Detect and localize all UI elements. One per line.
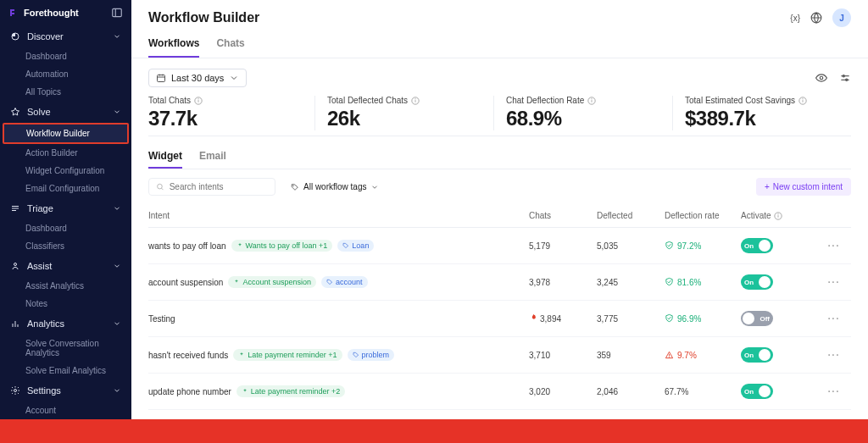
chevron-down-icon (113, 204, 121, 213)
nav-group-analytics[interactable]: Analytics (0, 313, 131, 335)
tag-icon (353, 352, 359, 358)
row-more-button[interactable]: ··· (817, 387, 851, 396)
nav-item-automation[interactable]: Automation (0, 65, 131, 83)
table-body: wants to pay off loanWants to pay off lo… (148, 228, 851, 419)
activate-cell: On (741, 384, 817, 399)
brand-logo: Forethought (8, 8, 79, 18)
svg-rect-0 (113, 8, 122, 16)
nav-item-action-builder[interactable]: Action Builder (0, 144, 131, 162)
rate-cell: 81.6% (665, 277, 741, 288)
row-more-button[interactable]: ··· (817, 314, 851, 324)
nav-item-all-topics[interactable]: All Topics (0, 83, 131, 101)
nav-item-email-configuration[interactable]: Email Configuration (0, 180, 131, 197)
nav-group-label: Settings (27, 385, 61, 396)
deflected-cell: 3,775 (597, 314, 665, 324)
table-row[interactable]: Testing3,8943,77596.9%Off··· (148, 301, 851, 337)
activate-toggle[interactable]: On (741, 274, 773, 290)
intent-name: account suspension (148, 278, 223, 287)
th-activate-label: Activate (741, 211, 771, 220)
chevron-down-icon (113, 262, 121, 270)
deflected-cell: 5,035 (597, 241, 665, 251)
date-range-picker[interactable]: Last 30 days (148, 69, 247, 87)
nav-item-workflow-builder[interactable]: Workflow Builder (3, 123, 129, 144)
nav-group-label: Triage (27, 203, 53, 213)
metric-label: Total Deflected Chats (327, 96, 485, 105)
rate-cell: 97.2% (665, 241, 741, 252)
subtab-widget[interactable]: Widget (148, 145, 182, 169)
avatar[interactable]: J (832, 8, 851, 27)
globe-icon[interactable] (810, 12, 822, 24)
row-more-button[interactable]: ··· (817, 241, 851, 251)
topbar-code[interactable]: {x} (790, 14, 800, 23)
nav-item-dashboard[interactable]: Dashboard (0, 47, 131, 65)
rate-wrapper: 97.2% (665, 241, 741, 252)
activate-toggle[interactable]: Off (741, 311, 773, 326)
intent-cell: update phone numberLate payment reminder… (148, 385, 529, 397)
nav-group-assist[interactable]: Assist (0, 255, 131, 277)
subtab-email[interactable]: Email (199, 145, 226, 169)
metrics-row: Total Chats 37.7kTotal Deflected Chats 2… (148, 96, 851, 136)
new-intent-label: New custom intent (773, 182, 843, 191)
nav-group-settings[interactable]: Settings (0, 379, 131, 401)
new-custom-intent-button[interactable]: + New custom intent (756, 178, 851, 196)
intent-name: hasn't received funds (148, 351, 228, 360)
table-row[interactable]: update phone numberLate payment reminder… (148, 374, 851, 410)
tag-filter[interactable]: All workflow tags (286, 179, 384, 195)
activate-toggle[interactable]: On (741, 347, 773, 363)
row-more-button[interactable]: ··· (817, 351, 851, 360)
nav-item-account[interactable]: Account (0, 401, 131, 419)
sidebar-header: Forethought (0, 0, 131, 25)
group-icon (10, 261, 20, 271)
nav-item-solve-conversation-analytics[interactable]: Solve Conversation Analytics (0, 335, 131, 362)
tab-chats[interactable]: Chats (216, 30, 244, 58)
nav-item-widget-configuration[interactable]: Widget Configuration (0, 162, 131, 180)
topbar: Workflow Builder {x} J (131, 0, 868, 30)
table-row[interactable]: negotiationNegotiation2,7332,05375.1%On·… (148, 410, 851, 419)
table-row[interactable]: wants to pay off loanWants to pay off lo… (148, 228, 851, 264)
search-icon (156, 182, 164, 191)
table-row[interactable]: hasn't received fundsLate payment remind… (148, 337, 851, 374)
nav-item-dashboard[interactable]: Dashboard (0, 219, 131, 237)
nav-item-assist-analytics[interactable]: Assist Analytics (0, 277, 131, 295)
eye-icon[interactable] (815, 72, 827, 84)
info-icon (774, 212, 782, 220)
nav-group-triage[interactable]: Triage (0, 197, 131, 219)
activate-cell: On (741, 274, 817, 290)
date-range-label: Last 30 days (171, 73, 224, 83)
group-icon (10, 318, 20, 329)
tag-icon (326, 279, 333, 285)
toggle-knob (759, 276, 771, 288)
nav-group-solve[interactable]: Solve (0, 101, 131, 123)
search-field[interactable] (170, 182, 268, 191)
table-row[interactable]: account suspensionAccount suspensionacco… (148, 264, 851, 301)
nav-group-discover[interactable]: Discover (0, 25, 131, 47)
sidebar-collapse-icon[interactable] (111, 7, 123, 19)
search-input[interactable] (148, 178, 275, 196)
rate-cell: 9.7% (665, 351, 741, 360)
nav-item-notes[interactable]: Notes (0, 295, 131, 313)
intent-cell: hasn't received fundsLate payment remind… (148, 349, 529, 361)
intent-tag: Late payment reminder +1 (233, 349, 342, 361)
intent-name: Testing (148, 314, 175, 324)
tab-workflows[interactable]: Workflows (148, 30, 199, 58)
svg-line-34 (161, 188, 163, 190)
sparkle-icon (236, 242, 243, 249)
filters-row: All workflow tags + New custom intent (148, 178, 851, 196)
nav-item-solve-email-analytics[interactable]: Solve Email Analytics (0, 362, 131, 379)
tag-icon (291, 183, 299, 191)
nav-item-classifiers[interactable]: Classifiers (0, 237, 131, 255)
chats-cell: 3,020 (529, 387, 597, 396)
sparkle-icon (238, 352, 245, 358)
chats-cell: 3,978 (529, 278, 597, 287)
activate-toggle[interactable]: On (741, 384, 773, 399)
topbar-actions: {x} J (790, 8, 851, 27)
intent-tag: problem (348, 349, 395, 361)
activate-cell: On (741, 347, 817, 363)
deflected-cell: 3,245 (597, 278, 665, 287)
activate-toggle[interactable]: On (741, 238, 773, 253)
deflected-cell: 2,046 (597, 387, 665, 396)
row-more-button[interactable]: ··· (817, 278, 851, 287)
settings-sliders-icon[interactable] (839, 72, 851, 84)
intent-cell: account suspensionAccount suspensionacco… (148, 276, 529, 288)
chevron-down-icon (113, 32, 121, 41)
